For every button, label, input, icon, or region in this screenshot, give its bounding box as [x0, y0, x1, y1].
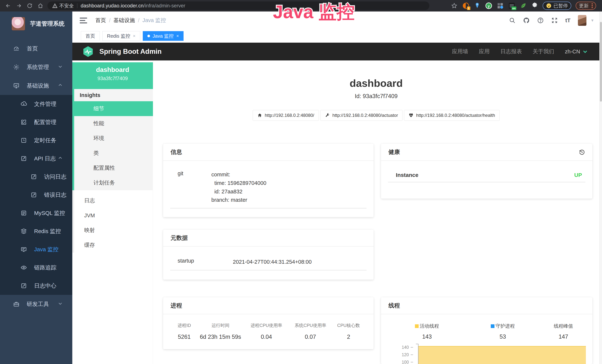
- sidebar-item-config[interactable]: 配置管理: [0, 113, 72, 131]
- main-area: 首页 / 基础设施 / Java 监控 tT ▼ 首页 Redis 监控 × J…: [72, 11, 599, 364]
- profile-paused-pill[interactable]: 已暂停: [543, 2, 571, 10]
- sba-item-mappings[interactable]: 映射: [74, 223, 153, 238]
- search-icon[interactable]: [509, 17, 516, 24]
- sidebar-item-java-monitor[interactable]: Java 监控: [0, 240, 72, 258]
- health-status-badge: UP: [574, 172, 582, 178]
- sidebar-logo-row[interactable]: 芋道管理系统: [0, 11, 72, 36]
- browser-forward-icon[interactable]: [16, 3, 22, 9]
- page-scrollbar[interactable]: [599, 11, 602, 364]
- process-col-value: 6d 23h 15m 59s: [198, 334, 243, 340]
- sidebar-item-label: 基础设施: [27, 82, 49, 90]
- extension-green-y-icon[interactable]: y: [485, 2, 492, 9]
- info-value: commit: time: 1596289704000 id: 27aa832 …: [211, 171, 266, 204]
- sba-item-configprops[interactable]: 配置属性: [74, 161, 153, 175]
- sidebar-item-tracing[interactable]: 链路追踪: [0, 258, 72, 277]
- github-icon[interactable]: [523, 17, 530, 24]
- sba-link-about[interactable]: 关于我们: [533, 48, 554, 55]
- chevron-up-icon: [58, 155, 63, 162]
- actuator-url-button[interactable]: http://192.168.0.2:48080/actuator: [320, 110, 403, 121]
- gauge-icon: [13, 45, 20, 52]
- avatar-caret-icon[interactable]: ▼: [591, 18, 594, 23]
- sidebar-item-error-log[interactable]: 错误日志: [0, 186, 72, 204]
- info-card: 信息 git commit: time: 1596289704000 id: 2…: [163, 144, 374, 217]
- extension-tampermonkey-icon[interactable]: on: [508, 2, 515, 9]
- sidebar-item-home[interactable]: 首页: [0, 39, 72, 58]
- close-icon[interactable]: ×: [176, 33, 179, 39]
- sba-link-journal[interactable]: 日志报表: [500, 48, 522, 55]
- close-icon[interactable]: ×: [133, 33, 136, 39]
- chrome-update-button[interactable]: 更新: [576, 2, 596, 10]
- sba-item-logs[interactable]: 日志: [74, 193, 153, 208]
- sidebar-item-label: 访问日志: [44, 173, 66, 181]
- sidebar-item-system[interactable]: 系统管理: [0, 58, 72, 76]
- sidebar-item-files[interactable]: 文件管理: [0, 95, 72, 113]
- tab-home[interactable]: 首页: [81, 31, 100, 41]
- sidebar-item-jobs[interactable]: 定时任务: [0, 131, 72, 150]
- sba-link-wallboard[interactable]: 应用墙: [452, 48, 468, 55]
- sidebar-item-infra[interactable]: 基础设施: [0, 76, 72, 95]
- sidebar-item-label: 首页: [27, 45, 38, 53]
- tags-view-bar: 首页 Redis 监控 × Java 监控 ×: [72, 29, 599, 43]
- bookmark-star-icon[interactable]: [451, 2, 458, 9]
- sba-item-classes[interactable]: 类: [74, 146, 153, 161]
- sidebar-collapse-icon[interactable]: [80, 18, 87, 23]
- extension-leaf-icon[interactable]: [520, 2, 527, 9]
- eye-icon: [20, 264, 27, 271]
- screen-monitor-icon: [20, 246, 27, 253]
- sidebar-item-devtools[interactable]: 研发工具: [0, 295, 72, 313]
- legend-live-value: 143: [387, 333, 467, 340]
- process-col-value: 0.07: [290, 334, 331, 340]
- process-card: 进程 进程ID5261 运行时间6d 23h 15m 59s 进程CPU使用率0…: [163, 297, 374, 349]
- layers-icon: [20, 228, 27, 234]
- font-size-icon[interactable]: tT: [565, 17, 570, 23]
- breadcrumb-home[interactable]: 首页: [95, 17, 106, 24]
- briefcase-icon: [13, 301, 20, 307]
- sidebar-item-redis[interactable]: Redis 监控: [0, 222, 72, 240]
- service-url-button[interactable]: http://192.168.0.2:48080/: [253, 110, 319, 121]
- paused-label: 已暂停: [553, 3, 568, 9]
- extensions-puzzle-icon[interactable]: [531, 2, 538, 9]
- url-path: /infra/admin-server: [143, 3, 185, 9]
- sba-item-jvm[interactable]: JVM: [74, 208, 153, 223]
- health-url-button[interactable]: http://192.168.0.2:48080/actuator/health: [404, 110, 500, 121]
- extension-pin-icon[interactable]: [474, 2, 481, 9]
- sba-content: dashboard Id: 93a3fc7f7409 http://192.16…: [153, 60, 599, 364]
- browser-back-icon[interactable]: [5, 3, 11, 9]
- app-logo-image: [11, 17, 25, 31]
- sidebar-item-log-center[interactable]: 日志中心: [0, 277, 72, 295]
- sba-brand[interactable]: Spring Boot Admin: [82, 45, 162, 58]
- sba-item-scheduled-tasks[interactable]: 计划任务: [74, 175, 153, 190]
- address-bar[interactable]: 不安全 dashboard.yudao.iocoder.cn/infra/adm…: [47, 1, 430, 10]
- sidebar-item-mysql[interactable]: MySQL 监控: [0, 204, 72, 222]
- scrollbar-thumb[interactable]: [600, 22, 602, 102]
- fullscreen-icon[interactable]: [551, 17, 558, 24]
- extension-colorzilla-icon[interactable]: 1: [462, 2, 469, 9]
- tab-redis-monitor[interactable]: Redis 监控 ×: [102, 31, 140, 41]
- browser-reload-icon[interactable]: [27, 3, 33, 9]
- chevron-up-icon: [58, 83, 63, 89]
- sba-item-details[interactable]: 细节: [72, 101, 153, 116]
- sba-item-caches[interactable]: 缓存: [74, 238, 153, 253]
- tampermonkey-on-badge: on: [512, 7, 516, 10]
- browser-toolbar: 不安全 dashboard.yudao.iocoder.cn/infra/adm…: [0, 0, 602, 11]
- extension-grid-icon[interactable]: [497, 2, 504, 9]
- tab-java-monitor[interactable]: Java 监控 ×: [143, 31, 183, 41]
- not-secure-warning-icon: [52, 3, 57, 8]
- sidebar-item-api-log[interactable]: API 日志: [0, 150, 72, 168]
- sidebar-item-label: Java 监控: [34, 246, 59, 253]
- process-col-header: 进程ID: [171, 322, 198, 328]
- breadcrumb-infra[interactable]: 基础设施: [113, 17, 135, 24]
- process-col-value: 5261: [171, 334, 198, 340]
- sba-link-applications[interactable]: 应用: [479, 48, 490, 55]
- user-avatar[interactable]: [578, 15, 586, 26]
- sba-item-environment[interactable]: 环境: [74, 131, 153, 146]
- sidebar-item-label: 文件管理: [34, 100, 56, 108]
- browser-home-icon[interactable]: [37, 3, 43, 9]
- sidebar-item-access-log[interactable]: 访问日志: [0, 168, 72, 186]
- history-icon[interactable]: [579, 149, 585, 155]
- sba-item-metrics[interactable]: 性能: [74, 116, 153, 131]
- help-icon[interactable]: [537, 17, 544, 24]
- sba-application-header[interactable]: dashboard 93a3fc7f7409: [72, 62, 153, 89]
- browser-menu-icon[interactable]: [592, 3, 593, 8]
- sba-language-select[interactable]: zh-CN: [565, 49, 588, 55]
